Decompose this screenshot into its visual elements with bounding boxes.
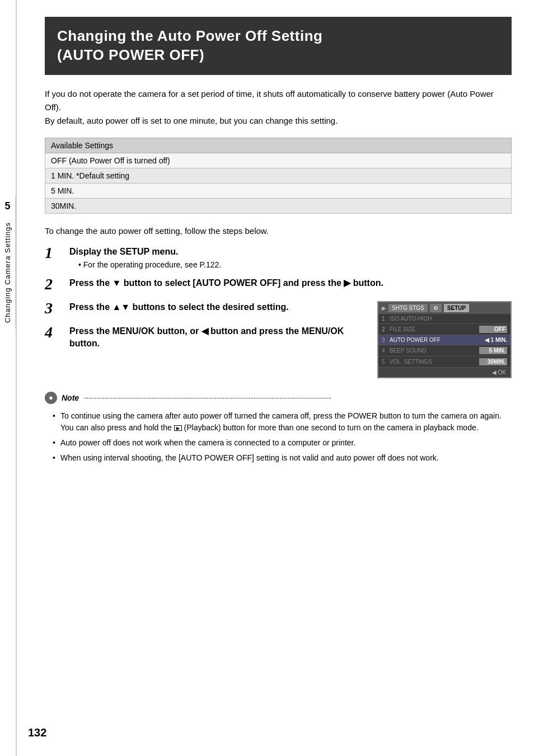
main-content: Changing the Auto Power Off Setting (AUT… [17, 0, 534, 488]
intro-text: If you do not operate the camera for a s… [45, 87, 512, 128]
step-1-sub: • For the operating procedure, see P.122… [69, 260, 221, 269]
playback-icon: ▶ [174, 425, 182, 431]
table-row: 5 MIN. [45, 183, 512, 198]
step-1-number: 1 [45, 245, 65, 262]
step-2-text: Press the ▼ button to select [AUTO POWER… [69, 277, 383, 289]
side-tab: 5 Changing Camera Settings [0, 196, 16, 328]
cam-row-5: 5 VOL. SETTINGS 30MIN. [378, 356, 510, 368]
cam-row-1: 1 ISO AUTO-HIGH [378, 314, 510, 324]
cam-row-3: 3 AUTO POWER OFF ◀ 1 MIN. [378, 335, 510, 345]
camera-screen: ▶ SHTG STGS ⚙ SETUP 1 ISO AUTO-HIGH 2 FI… [377, 301, 512, 378]
table-row: OFF (Auto Power Off is turned off) [45, 153, 512, 168]
page-title: Changing the Auto Power Off Setting (AUT… [57, 27, 499, 65]
chapter-title: Changing Camera Settings [3, 217, 12, 328]
camera-tab-icon: ⚙ [430, 304, 442, 312]
note-list: To continue using the camera after auto … [45, 408, 512, 466]
note-dashes: ----------------------------------------… [83, 393, 512, 402]
note-item-3: When using interval shooting, the [AUTO … [50, 450, 512, 466]
steps-intro: To change the auto power off setting, fo… [45, 226, 512, 236]
table-row: 1 MIN. *Default setting [45, 168, 512, 183]
setting-30min: 30MIN. [45, 198, 512, 213]
camera-tab-shtg: SHTG STGS [388, 304, 428, 312]
settings-table-header: Available Settings [45, 138, 512, 153]
intro-paragraph-1: If you do not operate the camera for a s… [45, 87, 512, 114]
steps-3-4-text: 3 Press the ▲▼ buttons to select the des… [45, 301, 366, 358]
steps-3-4-section: 3 Press the ▲▼ buttons to select the des… [45, 301, 512, 378]
note-item-2: Auto power off does not work when the ca… [50, 435, 512, 450]
table-row: 30MIN. [45, 198, 512, 213]
note-header: ● Note ---------------------------------… [45, 392, 512, 404]
page: 5 Changing Camera Settings Changing the … [0, 0, 534, 756]
intro-paragraph-2: By default, auto power off is set to one… [45, 114, 512, 128]
step-4-text: Press the MENU/OK button, or ◀ button an… [69, 325, 366, 350]
step-2-number: 2 [45, 276, 65, 293]
page-number: 132 [28, 726, 46, 739]
step-2-content: Press the ▼ button to select [AUTO POWER… [69, 277, 383, 289]
step-4-content: Press the MENU/OK button, or ◀ button an… [69, 325, 366, 350]
step-2: 2 Press the ▼ button to select [AUTO POW… [45, 277, 512, 293]
step-4: 4 Press the MENU/OK button, or ◀ button … [45, 325, 366, 350]
camera-screen-footer: ◀ OK [378, 368, 510, 377]
camera-tab-setup: SETUP [444, 304, 469, 312]
setting-5min: 5 MIN. [45, 183, 512, 198]
note-section: ● Note ---------------------------------… [45, 392, 512, 466]
settings-table-header-row: Available Settings [45, 138, 512, 153]
title-block: Changing the Auto Power Off Setting (AUT… [45, 17, 512, 75]
setting-1min: 1 MIN. *Default setting [45, 168, 512, 183]
step-1: 1 Display the SETUP menu. • For the oper… [45, 246, 512, 269]
cam-row-4: 4 BEEP SOUND 5 MIN. [378, 345, 510, 356]
step-4-number: 4 [45, 324, 65, 341]
chapter-number: 5 [4, 196, 10, 217]
step-3: 3 Press the ▲▼ buttons to select the des… [45, 301, 366, 317]
setting-off: OFF (Auto Power Off is turned off) [45, 153, 512, 168]
camera-screen-header: ▶ SHTG STGS ⚙ SETUP [378, 302, 510, 314]
camera-screen-body: 1 ISO AUTO-HIGH 2 FILE SIZE OFF 3 AUTO P… [378, 314, 510, 368]
step-1-text: Display the SETUP menu. [69, 246, 221, 258]
step-3-content: Press the ▲▼ buttons to select the desir… [69, 301, 289, 313]
step-3-number: 3 [45, 300, 65, 317]
cam-row-2: 2 FILE SIZE OFF [378, 324, 510, 335]
step-3-text: Press the ▲▼ buttons to select the desir… [69, 301, 289, 313]
side-bar [16, 0, 17, 756]
step-1-content: Display the SETUP menu. • For the operat… [69, 246, 221, 269]
note-item-1: To continue using the camera after auto … [50, 408, 512, 435]
note-label: Note [62, 393, 79, 402]
note-icon: ● [45, 392, 57, 404]
settings-table: Available Settings OFF (Auto Power Off i… [45, 138, 512, 214]
